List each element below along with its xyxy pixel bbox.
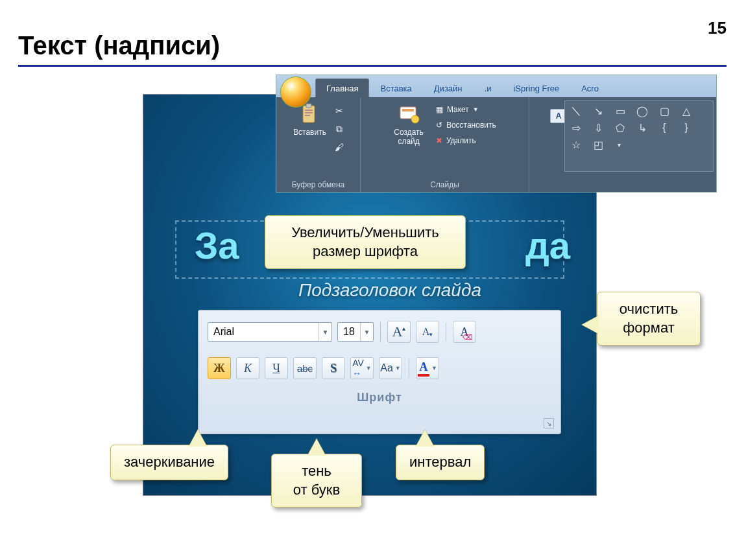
callout-tail [189,430,207,447]
callout-strike-text: зачеркивание [124,454,215,470]
office-button[interactable] [280,76,311,108]
delete-button[interactable]: ✖ Удалить [433,135,499,146]
strike-icon: abc [297,363,313,374]
layout-button[interactable]: ▦ Макет ▼ [433,104,499,115]
shapes-gallery[interactable]: ＼ ↘ ▭ ◯ ▢ △ ⇨ ⇩ ⬠ ↳ { } ☆ ◰ ▾ [564,100,714,172]
shape-arrow-down[interactable]: ⇩ [591,122,605,134]
font-color-button[interactable]: A ▼ [416,357,439,379]
down-caret-icon: ▾ [429,331,433,338]
char-spacing-label: AV [352,358,364,368]
font-row-1: ▼ ▼ A ▴ A ▾ A ⌫ [208,321,551,343]
callout-grow-shrink: Увеличить/Уменьшить размер шрифта [265,215,466,269]
shape-connector[interactable]: ↳ [635,122,649,134]
callout-spacing: интервал [396,445,485,480]
callout-spacing-text: интервал [409,454,471,470]
font-dialog-launcher[interactable]: ↘ [544,418,554,428]
reset-icon: ↺ [436,121,442,130]
font-size-combo[interactable]: ▼ [337,322,374,342]
bold-button[interactable]: Ж [208,357,231,379]
font-name-combo[interactable]: ▼ [208,322,332,342]
grow-font-icon: A [392,323,403,340]
title-underline [18,65,727,67]
char-spacing-button[interactable]: AV ↔ ▼ [350,357,374,379]
font-size-input[interactable] [338,323,360,341]
new-slide-button[interactable]: Создать слайд [389,100,428,149]
svg-point-7 [411,115,419,123]
shape-line[interactable]: ＼ [569,105,583,117]
svg-rect-0 [303,106,315,122]
clipboard-mini-col: ✂ ⧉ 🖌 [331,100,348,158]
slides-menu: ▦ Макет ▼ ↺ Восстановить ✖ Удалить [432,100,500,150]
ribbon-tabs: Главная Вставка Дизайн .и iSpring Free A… [276,75,716,97]
shape-rect[interactable]: ▭ [613,105,627,117]
bold-icon: Ж [213,362,225,375]
shape-triangle[interactable]: △ [679,105,693,117]
chevron-down-icon: ▼ [366,365,372,371]
font-name-dropdown[interactable]: ▼ [319,323,331,341]
svg-rect-4 [305,115,310,116]
group-slides: Создать слайд ▦ Макет ▼ ↺ Восстановить ✖… [361,97,529,192]
slide-subtitle: Подзаголовок слайда [298,280,481,301]
font-color-letter: A [420,360,428,374]
clipboard-caption: Буфер обмена [280,178,356,192]
font-name-input[interactable] [208,323,319,341]
shrink-font-icon: A [422,326,430,338]
new-slide-icon [398,103,420,125]
separator [380,322,381,342]
italic-button[interactable]: К [236,357,259,379]
gallery-more[interactable]: ▾ [613,139,625,150]
strike-button[interactable]: abc [293,357,317,379]
grow-font-button[interactable]: A ▴ [387,321,411,343]
delete-label: Удалить [446,136,476,145]
shape-oval[interactable]: ◯ [635,105,649,117]
chevron-down-icon: ▼ [473,106,479,113]
separator [409,358,409,378]
textbox-icon: A [556,111,562,121]
shape-star[interactable]: ☆ [569,139,583,150]
clear-format-icon: A ⌫ [461,325,469,339]
scissors-icon: ✂ [335,106,343,116]
font-color-icon: A [418,360,429,377]
format-painter-button[interactable]: 🖌 [332,140,346,154]
callout-shadow-text: тень от букв [293,463,340,498]
shape-brace-l[interactable]: { [657,122,671,134]
shape-rrect[interactable]: ▢ [657,105,671,117]
shrink-font-button[interactable]: A ▾ [416,321,439,343]
shape-callout[interactable]: ◰ [591,139,605,150]
font-toolbar: ▼ ▼ A ▴ A ▾ A ⌫ Ж К Ч [198,310,561,434]
layout-icon: ▦ [436,105,443,114]
callout-strike: зачеркивание [110,445,228,480]
copy-button[interactable]: ⧉ [332,122,346,136]
cut-button[interactable]: ✂ [332,104,346,118]
shape-arrow[interactable]: ↘ [591,105,605,117]
tab-unknown[interactable]: .и [474,78,503,97]
chevron-down-icon: ▼ [322,329,329,336]
underline-button[interactable]: Ч [265,357,288,379]
shape-arrow-right[interactable]: ⇨ [569,122,583,134]
shape-pentagon[interactable]: ⬠ [613,122,627,134]
tab-home[interactable]: Главная [315,78,369,97]
shape-brace-r[interactable]: } [679,122,693,134]
paste-label: Вставить [293,128,326,137]
clear-format-button[interactable]: A ⌫ [453,321,476,343]
reset-button[interactable]: ↺ Восстановить [433,119,499,131]
dialog-launcher-icon: ↘ [546,420,551,427]
slide-title-right: да [525,224,570,267]
tab-acrobat[interactable]: Acro [570,78,610,97]
text-shadow-button[interactable]: S [322,357,345,379]
italic-icon: К [244,362,252,375]
tab-design[interactable]: Дизайн [423,78,474,97]
reset-label: Восстановить [446,121,496,130]
delete-icon: ✖ [436,136,442,145]
font-size-dropdown[interactable]: ▼ [360,323,373,341]
tab-insert[interactable]: Вставка [369,78,422,97]
chevron-down-icon: ▼ [431,365,437,371]
chevron-down-icon: ▼ [364,329,370,336]
change-case-button[interactable]: Aa ▼ [379,357,402,379]
copy-icon: ⧉ [336,124,343,135]
up-caret-icon: ▴ [402,325,405,332]
group-clipboard: Вставить ✂ ⧉ 🖌 Буфер обмена [276,97,361,192]
page-number: 15 [708,18,727,38]
tab-ispring[interactable]: iSpring Free [502,78,570,97]
svg-rect-3 [305,112,313,113]
